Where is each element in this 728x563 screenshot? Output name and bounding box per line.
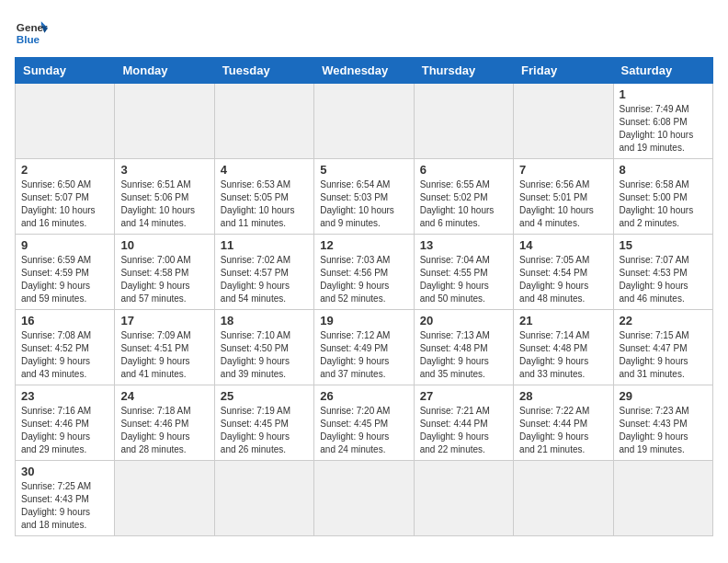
calendar-row-1: 2Sunrise: 6:50 AM Sunset: 5:07 PM Daylig… (16, 159, 713, 235)
calendar-cell (414, 84, 513, 159)
calendar-cell: 8Sunrise: 6:58 AM Sunset: 5:00 PM Daylig… (613, 159, 712, 235)
calendar-cell: 20Sunrise: 7:13 AM Sunset: 4:48 PM Dayli… (414, 310, 513, 385)
calendar-cell: 12Sunrise: 7:03 AM Sunset: 4:56 PM Dayli… (314, 235, 414, 310)
day-info: Sunrise: 7:05 AM Sunset: 4:54 PM Dayligh… (519, 254, 607, 305)
calendar-cell: 2Sunrise: 6:50 AM Sunset: 5:07 PM Daylig… (16, 159, 115, 235)
day-number: 3 (120, 163, 208, 177)
day-number: 23 (21, 389, 108, 403)
calendar-cell (613, 461, 712, 536)
day-info: Sunrise: 6:59 AM Sunset: 4:59 PM Dayligh… (21, 254, 108, 305)
weekday-header-row: SundayMondayTuesdayWednesdayThursdayFrid… (16, 58, 713, 84)
day-number: 25 (221, 389, 308, 403)
calendar-cell: 23Sunrise: 7:16 AM Sunset: 4:46 PM Dayli… (16, 385, 115, 461)
calendar-cell (115, 461, 214, 536)
day-info: Sunrise: 6:54 AM Sunset: 5:03 PM Dayligh… (320, 178, 407, 230)
weekday-header-saturday: Saturday (613, 58, 712, 84)
day-number: 11 (221, 238, 308, 252)
calendar-cell: 15Sunrise: 7:07 AM Sunset: 4:53 PM Dayli… (613, 235, 712, 310)
day-info: Sunrise: 7:49 AM Sunset: 6:08 PM Dayligh… (620, 103, 707, 155)
day-number: 16 (21, 314, 108, 327)
day-number: 19 (320, 314, 407, 327)
day-number: 27 (420, 389, 507, 403)
weekday-header-wednesday: Wednesday (314, 58, 414, 84)
day-info: Sunrise: 7:10 AM Sunset: 4:50 PM Dayligh… (221, 329, 308, 381)
day-number: 8 (620, 163, 707, 177)
day-number: 20 (420, 314, 507, 327)
day-info: Sunrise: 7:13 AM Sunset: 4:48 PM Dayligh… (420, 329, 507, 381)
calendar-cell: 11Sunrise: 7:02 AM Sunset: 4:57 PM Dayli… (214, 235, 313, 310)
day-number: 1 (620, 87, 707, 101)
calendar-row-0: 1Sunrise: 7:49 AM Sunset: 6:08 PM Daylig… (16, 84, 713, 159)
calendar-cell: 4Sunrise: 6:53 AM Sunset: 5:05 PM Daylig… (214, 159, 313, 235)
day-number: 14 (519, 238, 607, 252)
calendar-cell: 29Sunrise: 7:23 AM Sunset: 4:43 PM Dayli… (613, 385, 712, 461)
day-info: Sunrise: 7:15 AM Sunset: 4:47 PM Dayligh… (620, 329, 707, 381)
calendar-cell (214, 84, 313, 159)
calendar-row-2: 9Sunrise: 6:59 AM Sunset: 4:59 PM Daylig… (16, 235, 713, 310)
weekday-header-tuesday: Tuesday (214, 58, 313, 84)
day-number: 7 (519, 163, 607, 177)
day-info: Sunrise: 7:23 AM Sunset: 4:43 PM Dayligh… (620, 405, 707, 456)
day-number: 17 (120, 314, 208, 327)
calendar-cell: 27Sunrise: 7:21 AM Sunset: 4:44 PM Dayli… (414, 385, 513, 461)
calendar-cell (16, 84, 115, 159)
day-number: 6 (420, 163, 507, 177)
calendar-cell (115, 84, 214, 159)
calendar-cell (414, 461, 513, 536)
day-info: Sunrise: 6:51 AM Sunset: 5:06 PM Dayligh… (120, 178, 208, 230)
weekday-header-monday: Monday (115, 58, 214, 84)
day-info: Sunrise: 7:03 AM Sunset: 4:56 PM Dayligh… (320, 254, 407, 305)
logo: General Blue (15, 15, 48, 48)
calendar-cell: 13Sunrise: 7:04 AM Sunset: 4:55 PM Dayli… (414, 235, 513, 310)
day-info: Sunrise: 7:07 AM Sunset: 4:53 PM Dayligh… (620, 254, 707, 305)
day-number: 9 (21, 238, 108, 252)
day-number: 22 (620, 314, 707, 327)
calendar-cell: 9Sunrise: 6:59 AM Sunset: 4:59 PM Daylig… (16, 235, 115, 310)
day-info: Sunrise: 6:55 AM Sunset: 5:02 PM Dayligh… (420, 178, 507, 230)
calendar-cell: 3Sunrise: 6:51 AM Sunset: 5:06 PM Daylig… (115, 159, 214, 235)
day-info: Sunrise: 7:25 AM Sunset: 4:43 PM Dayligh… (21, 480, 108, 532)
calendar-cell: 1Sunrise: 7:49 AM Sunset: 6:08 PM Daylig… (613, 84, 712, 159)
weekday-header-sunday: Sunday (16, 58, 115, 84)
day-number: 29 (620, 389, 707, 403)
calendar-row-5: 30Sunrise: 7:25 AM Sunset: 4:43 PM Dayli… (16, 461, 713, 536)
day-number: 5 (320, 163, 407, 177)
calendar-cell (214, 461, 313, 536)
day-number: 28 (519, 389, 607, 403)
day-info: Sunrise: 7:14 AM Sunset: 4:48 PM Dayligh… (519, 329, 607, 381)
calendar-cell: 19Sunrise: 7:12 AM Sunset: 4:49 PM Dayli… (314, 310, 414, 385)
day-info: Sunrise: 6:58 AM Sunset: 5:00 PM Dayligh… (620, 178, 707, 230)
calendar-cell (314, 461, 414, 536)
day-number: 12 (320, 238, 407, 252)
logo-icon: General Blue (15, 15, 48, 48)
weekday-header-friday: Friday (514, 58, 613, 84)
calendar-cell: 21Sunrise: 7:14 AM Sunset: 4:48 PM Dayli… (514, 310, 613, 385)
day-info: Sunrise: 7:00 AM Sunset: 4:58 PM Dayligh… (120, 254, 208, 305)
day-info: Sunrise: 7:09 AM Sunset: 4:51 PM Dayligh… (120, 329, 208, 381)
day-info: Sunrise: 7:04 AM Sunset: 4:55 PM Dayligh… (420, 254, 507, 305)
day-info: Sunrise: 7:22 AM Sunset: 4:44 PM Dayligh… (519, 405, 607, 456)
day-number: 10 (120, 238, 208, 252)
day-info: Sunrise: 7:20 AM Sunset: 4:45 PM Dayligh… (320, 405, 407, 456)
day-number: 18 (221, 314, 308, 327)
day-info: Sunrise: 7:02 AM Sunset: 4:57 PM Dayligh… (221, 254, 308, 305)
page-header: General Blue (15, 15, 713, 48)
day-number: 13 (420, 238, 507, 252)
calendar-row-3: 16Sunrise: 7:08 AM Sunset: 4:52 PM Dayli… (16, 310, 713, 385)
calendar-cell: 7Sunrise: 6:56 AM Sunset: 5:01 PM Daylig… (514, 159, 613, 235)
day-info: Sunrise: 7:21 AM Sunset: 4:44 PM Dayligh… (420, 405, 507, 456)
day-number: 30 (21, 465, 108, 478)
day-number: 21 (519, 314, 607, 327)
calendar-cell: 14Sunrise: 7:05 AM Sunset: 4:54 PM Dayli… (514, 235, 613, 310)
weekday-header-thursday: Thursday (414, 58, 513, 84)
calendar-cell: 28Sunrise: 7:22 AM Sunset: 4:44 PM Dayli… (514, 385, 613, 461)
calendar-cell: 30Sunrise: 7:25 AM Sunset: 4:43 PM Dayli… (16, 461, 115, 536)
day-info: Sunrise: 6:56 AM Sunset: 5:01 PM Dayligh… (519, 178, 607, 230)
day-info: Sunrise: 6:53 AM Sunset: 5:05 PM Dayligh… (221, 178, 308, 230)
day-info: Sunrise: 7:19 AM Sunset: 4:45 PM Dayligh… (221, 405, 308, 456)
day-info: Sunrise: 7:16 AM Sunset: 4:46 PM Dayligh… (21, 405, 108, 456)
day-info: Sunrise: 6:50 AM Sunset: 5:07 PM Dayligh… (21, 178, 108, 230)
day-number: 15 (620, 238, 707, 252)
calendar-cell (314, 84, 414, 159)
calendar-cell: 18Sunrise: 7:10 AM Sunset: 4:50 PM Dayli… (214, 310, 313, 385)
